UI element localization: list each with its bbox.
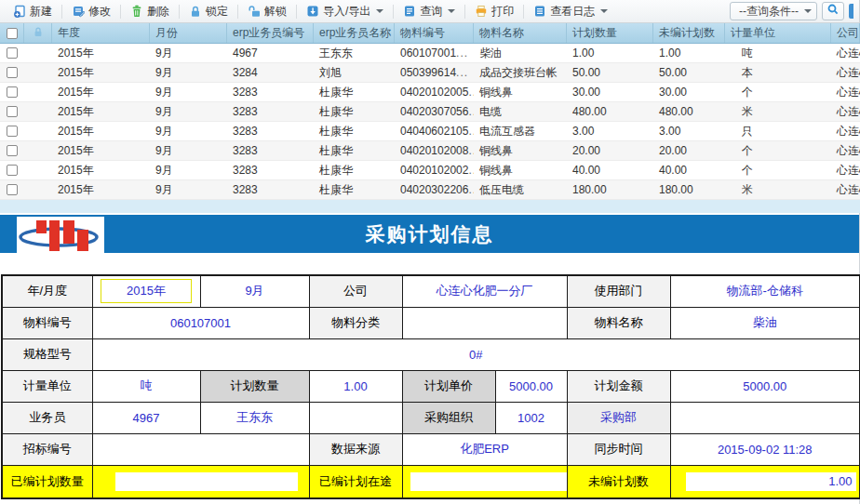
search-button[interactable] — [822, 2, 844, 20]
cell-emp-name: 刘旭 — [314, 63, 395, 82]
cell-material-no: 04020102002... — [395, 161, 474, 179]
checkbox[interactable] — [7, 106, 18, 117]
row-lock-cell — [24, 44, 52, 62]
import-export-button-label: 导入/导出 — [323, 4, 370, 20]
planned-transit-input[interactable] — [410, 472, 568, 491]
cell-company: 心连心化肥一分厂 — [831, 63, 860, 82]
cell-material-no: 060107001... — [395, 44, 474, 62]
purchase-org-name-field[interactable]: 采购部 — [567, 402, 670, 433]
year-input[interactable]: 2015年 — [101, 279, 192, 303]
clipped-toolbar-button[interactable] — [849, 4, 853, 19]
purchase-org-no-field[interactable]: 1002 — [495, 402, 567, 433]
row-checkbox[interactable] — [0, 83, 24, 101]
column-header-month[interactable]: 月份 — [150, 23, 227, 43]
row-checkbox[interactable] — [0, 63, 24, 82]
label-data-source: 数据来源 — [309, 433, 402, 465]
import-export-button[interactable]: 导入/导出 — [301, 2, 389, 21]
column-header-year[interactable]: 年度 — [52, 23, 150, 43]
query-condition-select[interactable]: --查询条件-- — [730, 2, 817, 20]
row-checkbox[interactable] — [0, 180, 24, 199]
table-row[interactable]: 2015年9月3283杜康华04040602105...电流互感器3.003.0… — [0, 122, 860, 141]
checkbox[interactable] — [7, 86, 18, 98]
cell-material-name: 低压电缆 — [474, 180, 567, 199]
toolbar-right: --查询条件-- — [730, 2, 853, 20]
table-row[interactable]: 2015年9月3283杜康华04020102002...铜线鼻40.0040.0… — [0, 161, 860, 180]
cell-material-no: 04020302206... — [395, 180, 474, 199]
row-checkbox[interactable] — [0, 122, 24, 140]
column-header-emp-name[interactable]: erp业务员名称 — [314, 23, 395, 43]
checkbox[interactable] — [7, 67, 18, 78]
cell-plan-qty: 180.00 — [567, 180, 653, 199]
unlock-button[interactable]: 解锁 — [242, 2, 292, 21]
toolbar-separator — [523, 5, 524, 19]
cell-plan-qty: 480.00 — [567, 102, 653, 121]
month-field[interactable]: 9月 — [200, 275, 309, 307]
table-row[interactable]: 2015年9月3283杜康华04020307056...电缆480.00480.… — [0, 102, 860, 122]
label-plan-qty: 计划数量 — [200, 370, 309, 402]
delete-button[interactable]: 删除 — [125, 2, 175, 21]
data-source-field: 化肥ERP — [402, 433, 567, 465]
row-checkbox[interactable] — [0, 102, 24, 121]
column-header-unit[interactable]: 计量单位 — [725, 23, 831, 43]
import-export-icon — [306, 5, 319, 18]
checkbox[interactable] — [7, 47, 18, 59]
browse-button[interactable]: ... — [456, 46, 468, 60]
cell-emp-no: 3283 — [227, 122, 314, 140]
column-header-material-no[interactable]: 物料编号 — [395, 23, 474, 43]
print-button[interactable]: 打印 — [469, 2, 519, 21]
table-row[interactable]: 2015年9月4967王东东060107001...柴油1.001.00吨心连心… — [0, 44, 860, 63]
row-checkbox[interactable] — [0, 141, 24, 160]
column-header-company[interactable]: 公司名称 — [831, 23, 860, 43]
column-header-emp-no[interactable]: erp业务员编号 — [227, 23, 314, 43]
query-button[interactable]: 查询 — [397, 2, 461, 21]
lock-button[interactable]: 锁定 — [183, 2, 234, 21]
cell-emp-name: 王东东 — [314, 44, 395, 62]
plan-amount-field: 5000.00 — [670, 370, 860, 402]
cell-emp-no: 3283 — [227, 161, 314, 179]
table-row[interactable]: 2015年9月3283杜康华04020102005...铜线鼻30.0030.0… — [0, 83, 860, 102]
cell-emp-name: 杜康华 — [314, 161, 395, 179]
row-checkbox[interactable] — [0, 161, 24, 179]
cell-year: 2015年 — [52, 44, 150, 62]
cell-unplanned-qty: 480.00 — [653, 102, 725, 121]
year-field[interactable]: 2015年 — [92, 275, 200, 307]
new-button[interactable]: 新建 — [7, 2, 58, 21]
cell-unit: 只 — [725, 122, 831, 140]
label-plan-price: 计划单价 — [402, 370, 495, 402]
row-lock-cell — [24, 63, 52, 82]
select-all-checkbox[interactable] — [0, 23, 24, 43]
lock-column-header[interactable] — [24, 23, 52, 43]
cell-month: 9月 — [150, 44, 227, 62]
salesman-no-field[interactable]: 4967 — [92, 402, 200, 433]
table-row[interactable]: 2015年9月3283杜康华04020302206...低压电缆180.0018… — [0, 180, 860, 200]
cell-company: 心连心化肥一分厂 — [831, 102, 860, 121]
lock-button-label: 锁定 — [206, 4, 228, 20]
cell-emp-name: 杜康华 — [314, 102, 395, 121]
checkbox[interactable] — [7, 184, 18, 195]
unplanned-qty-input[interactable]: 1.00 — [686, 472, 856, 491]
cell-unit: 米 — [725, 102, 831, 121]
material-name-field: 柴油 — [670, 307, 860, 338]
material-no-value: 04020102005 — [400, 86, 468, 99]
checkbox[interactable] — [7, 165, 18, 176]
new-doc-icon — [13, 5, 26, 18]
row-checkbox[interactable] — [0, 44, 24, 62]
checkbox[interactable] — [7, 126, 18, 137]
table-row[interactable]: 2015年9月3284刘旭050399614...成品交接班台帐50.0050.… — [0, 63, 860, 83]
cell-unit: 个 — [725, 141, 831, 160]
label-spec: 规格型号 — [2, 338, 92, 370]
material-no-field[interactable]: 060107001 — [92, 307, 309, 338]
checkbox[interactable] — [7, 145, 18, 156]
edit-button[interactable]: 修改 — [66, 2, 116, 21]
view-log-button[interactable]: 查看日志 — [528, 2, 613, 21]
planned-qty-input[interactable] — [115, 472, 298, 491]
column-header-unplanned-qty[interactable]: 未编计划数 — [653, 23, 725, 43]
table-row[interactable]: 2015年9月3283杜康华04020102008...铜线鼻20.0020.0… — [0, 141, 860, 161]
bid-no-field[interactable] — [92, 433, 309, 465]
column-header-plan-qty[interactable]: 计划数量 — [567, 23, 653, 43]
unlock-button-label: 解锁 — [264, 4, 287, 20]
row-lock-cell — [24, 83, 52, 101]
cell-month: 9月 — [150, 180, 227, 199]
column-header-material-name[interactable]: 物料名称 — [474, 23, 567, 43]
browse-button[interactable]: ... — [456, 66, 468, 79]
